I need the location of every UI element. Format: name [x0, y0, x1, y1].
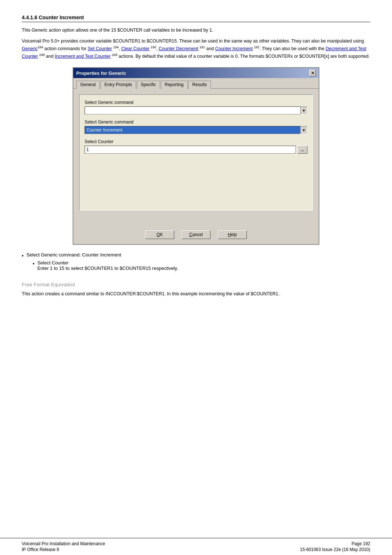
browse-button[interactable]: ...	[297, 146, 307, 154]
counter-field-label: Select Counter	[85, 139, 307, 144]
counter-input-wrapper: ...	[85, 146, 307, 154]
dialog-close-button[interactable]: ✕	[309, 70, 316, 76]
tab-reporting[interactable]: Reporting	[161, 81, 188, 89]
page-footer: Voicemail Pro Installation and Maintenan…	[0, 538, 392, 555]
second-select-label: Select Generic command	[85, 119, 307, 125]
bullet-item-1: • Select Generic command: Counter Increm…	[22, 252, 370, 259]
bullet-section: • Select Generic command: Counter Increm…	[22, 252, 370, 271]
link-generic[interactable]: Generic	[22, 46, 38, 51]
footer-issue: 15-601063 Issue 22e (16 May 2010)	[300, 547, 370, 552]
section-title: 4.4.1.6 Counter Increment	[22, 15, 370, 22]
footer-left-line1: Voicemail Pro Installation and Maintenan…	[22, 541, 105, 546]
link-counter-decrement[interactable]: Counter Decrement	[159, 46, 198, 51]
counter-input[interactable]	[85, 146, 296, 154]
second-select-group: Select Generic command Counter Increment…	[85, 119, 307, 134]
tab-specific[interactable]: Specific	[137, 81, 160, 89]
free-format-title: Free Format Equivalent	[22, 282, 370, 287]
link-clear-counter[interactable]: Clear Counter	[121, 46, 150, 51]
dialog-titlebar: Properties for Generic ✕	[73, 68, 319, 78]
ok-button[interactable]: OK	[145, 230, 174, 239]
cancel-button[interactable]: Cancel	[181, 230, 211, 239]
bullet-dot-1: •	[22, 253, 24, 259]
dialog-tabs: General Entry Prompts Specific Reporting…	[73, 78, 319, 89]
dialog-title: Properties for Generic	[76, 70, 126, 76]
sub-bullet-dot-1: •	[33, 261, 34, 267]
footer-page-number: Page 192	[352, 541, 370, 546]
dialog-footer: OK Cancel Help	[73, 227, 319, 244]
link-counter-increment[interactable]: Counter Increment	[215, 46, 253, 51]
first-select-wrapper: ▼	[85, 106, 307, 114]
tab-entry-prompts[interactable]: Entry Prompts	[101, 81, 136, 89]
first-select-label: Select Generic command	[85, 100, 307, 105]
link-set-counter[interactable]: Set Counter	[88, 46, 112, 51]
first-select-group: Select Generic command ▼	[85, 100, 307, 114]
tab-results[interactable]: Results	[188, 81, 211, 89]
free-format-section: Free Format Equivalent This action creat…	[22, 282, 370, 297]
link-increment-test[interactable]: Increment and Test Counter	[55, 54, 111, 59]
free-format-desc: This action creates a command similar to…	[22, 290, 370, 297]
intro-paragraph-1: This Generic action option allows one of…	[22, 27, 370, 34]
tab-general[interactable]: General	[76, 81, 100, 89]
second-select-dropdown[interactable]: Counter Increment	[85, 126, 307, 134]
footer-left: Voicemail Pro Installation and Maintenan…	[22, 541, 105, 552]
bullet-text-1: Select Generic command: Counter Incremen…	[26, 252, 121, 258]
sub-bullet-item-1: • Select CounterEnter 1 to 15 to select …	[33, 260, 370, 271]
inner-panel: Select Generic command ▼ Select Generic …	[79, 94, 313, 211]
second-select-wrapper: Counter Increment ▼	[85, 126, 307, 134]
intro-paragraph-2: Voicemail Pro 5.0+ provides counter vari…	[22, 37, 370, 60]
first-select-dropdown[interactable]	[85, 106, 307, 114]
dialog-body: Select Generic command ▼ Select Generic …	[73, 89, 319, 227]
sub-bullet-text-1: Select CounterEnter 1 to 15 to select $C…	[37, 260, 178, 271]
counter-field-group: Select Counter ...	[85, 139, 307, 154]
help-button[interactable]: Help	[218, 230, 247, 239]
footer-left-line2: IP Office Release 6	[22, 547, 105, 552]
dialog-window: Properties for Generic ✕ General Entry P…	[73, 67, 319, 245]
footer-right: Page 192 15-601063 Issue 22e (16 May 201…	[300, 541, 370, 552]
sub-bullet-section: • Select CounterEnter 1 to 15 to select …	[33, 260, 370, 271]
